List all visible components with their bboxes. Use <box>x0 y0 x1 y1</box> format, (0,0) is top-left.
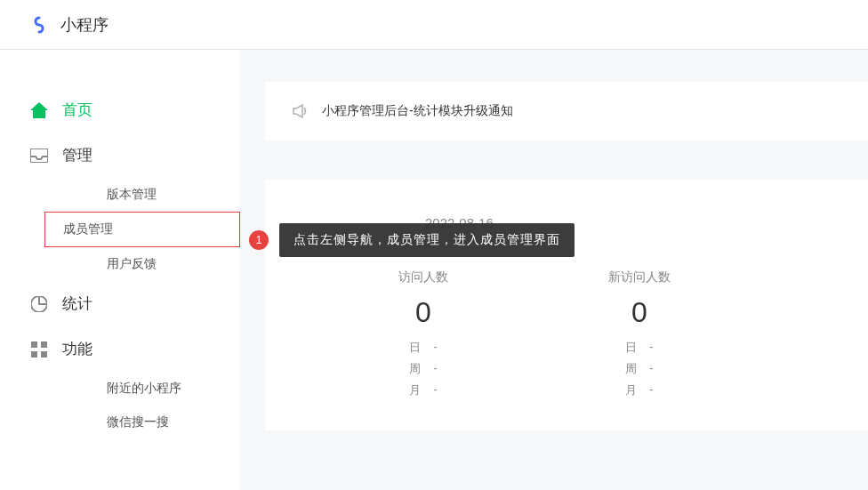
pie-chart-icon <box>30 295 48 313</box>
stat-visitors: 访问人数 0 日- 周- 月- <box>398 269 448 404</box>
sidebar-label-features: 功能 <box>62 339 92 359</box>
stat-label: 访问人数 <box>398 269 448 285</box>
top-header: 小程序 <box>0 0 868 50</box>
sidebar-sub-nearby[interactable]: 附近的小程序 <box>44 372 240 406</box>
stats-card: 2022-08-16 访问人数 0 日- 周- 月- 新访问人数 0 日- 周-… <box>265 180 868 430</box>
svg-rect-1 <box>41 341 47 348</box>
header-title: 小程序 <box>60 14 108 36</box>
svg-rect-2 <box>31 351 37 357</box>
callout-tooltip: 点击左侧导航，成员管理，进入成员管理界面 <box>279 223 575 257</box>
sidebar-sub-wesearch[interactable]: 微信搜一搜 <box>44 406 240 439</box>
stat-new-visitors: 新访问人数 0 日- 周- 月- <box>608 269 671 404</box>
stat-value: 0 <box>398 296 448 329</box>
svg-rect-3 <box>41 351 47 357</box>
miniprogram-logo-icon <box>28 14 50 36</box>
sidebar-item-manage[interactable]: 管理 <box>0 133 240 178</box>
instruction-callout: 1 点击左侧导航，成员管理，进入成员管理界面 <box>249 223 575 257</box>
stat-value: 0 <box>608 296 671 329</box>
grid-icon <box>30 341 48 358</box>
notice-text: 小程序管理后台-统计模块升级通知 <box>322 103 513 119</box>
notice-card[interactable]: 小程序管理后台-统计模块升级通知 <box>265 82 868 141</box>
sidebar-item-stats[interactable]: 统计 <box>0 281 240 326</box>
sidebar-item-home[interactable]: 首页 <box>0 87 240 133</box>
svg-rect-0 <box>31 341 37 348</box>
sidebar: 首页 管理 版本管理 成员管理 用户反馈 统计 功能 附近的小程序 <box>0 50 240 490</box>
main-content: 小程序管理后台-统计模块升级通知 2022-08-16 访问人数 0 日- 周-… <box>240 50 868 490</box>
sidebar-label-manage: 管理 <box>62 145 92 165</box>
callout-number-badge: 1 <box>249 230 269 250</box>
inbox-icon <box>30 147 48 165</box>
sidebar-sub-feedback[interactable]: 用户反馈 <box>44 247 240 281</box>
home-icon <box>30 101 48 119</box>
stat-label: 新访问人数 <box>608 269 671 285</box>
sidebar-sub-version[interactable]: 版本管理 <box>44 178 240 212</box>
sidebar-label-home: 首页 <box>62 100 92 120</box>
sidebar-label-stats: 统计 <box>62 293 92 314</box>
sidebar-sub-member[interactable]: 成员管理 <box>44 212 240 247</box>
sidebar-item-features[interactable]: 功能 <box>0 326 240 372</box>
megaphone-icon <box>292 103 308 119</box>
